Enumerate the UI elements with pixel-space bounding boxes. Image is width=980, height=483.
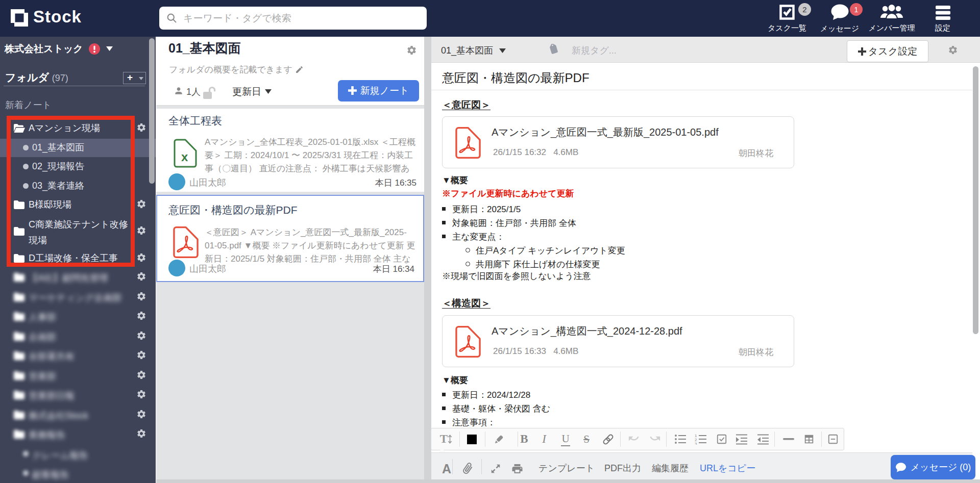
svg-text:x: x: [181, 150, 188, 164]
svg-text:3: 3: [695, 442, 697, 445]
